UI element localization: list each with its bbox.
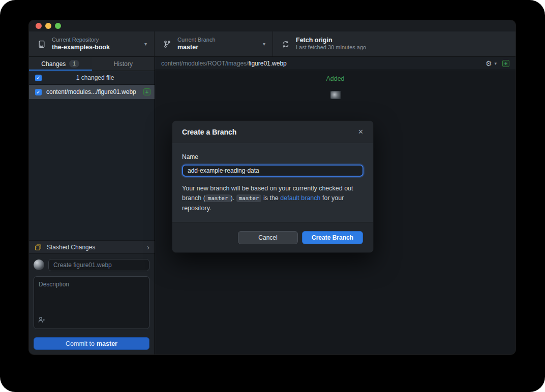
branch-code-pill: master [205,194,231,202]
chevron-down-icon: ▾ [140,41,147,47]
image-preview-thumbnail [330,91,340,99]
create-branch-button[interactable]: Create Branch [302,231,363,244]
minimize-window-button[interactable] [45,23,51,29]
file-checkbox[interactable]: ✓ [35,89,42,95]
dialog-body: Name Your new branch will be based on yo… [172,143,373,223]
sync-icon [282,40,290,48]
sidebar: Changes 1 History ✓ 1 changed file ✓ con… [29,57,155,354]
git-branch-icon [163,40,171,48]
fetch-origin-button[interactable]: Fetch origin Last fetched 30 minutes ago [273,31,516,56]
commit-description-input[interactable] [34,276,149,329]
changes-history-tabs: Changes 1 History [29,57,155,71]
fetch-origin-label: Fetch origin [296,37,366,45]
create-branch-dialog: Create a Branch ✕ Name Your new branch w… [172,120,374,253]
default-branch-link[interactable]: default branch [280,194,320,202]
file-path-dirs: content/modules/ROOT/images/ [161,60,248,67]
branch-code-pill: master [236,194,262,202]
gear-icon[interactable]: ⚙ [486,60,492,67]
current-repository-label: Current Repository [52,37,110,44]
chevron-down-icon: ▾ [259,41,265,47]
file-added-icon: + [143,88,150,95]
app-window: Current Repository the-examples-book ▾ C… [29,20,516,354]
branch-name-label: Name [182,153,364,160]
toolbar: Current Repository the-examples-book ▾ C… [29,31,516,57]
dialog-footer: Cancel Create Branch [172,222,373,252]
changes-count-badge: 1 [69,60,79,68]
commit-button[interactable]: Commit to master [34,337,149,350]
file-path-name: figure01.webp [248,60,286,67]
commit-button-branch: master [97,340,117,347]
tab-history-label: History [114,60,133,68]
tab-changes-label: Changes [41,60,66,68]
changed-files-summary: 1 changed file [42,74,148,81]
changed-file-row[interactable]: ✓ content/modules.../figure01.webp + [29,85,155,99]
commit-button-prefix: Commit to [66,340,95,347]
select-all-checkbox[interactable]: ✓ [35,75,42,81]
dialog-description: Your new branch will be based on your cu… [182,184,364,213]
current-branch-button[interactable]: Current Branch master ▾ [155,31,273,56]
tab-changes[interactable]: Changes 1 [29,57,92,71]
diff-status-label: Added [155,75,516,82]
dialog-header: Create a Branch ✕ [172,121,373,143]
branch-name-input[interactable] [182,165,364,177]
cancel-button[interactable]: Cancel [238,231,298,244]
tab-history[interactable]: History [92,57,155,71]
chevron-right-icon: › [147,243,149,251]
stashed-changes-label: Stashed Changes [47,244,142,251]
fetch-origin-status: Last fetched 30 minutes ago [296,44,366,51]
close-icon[interactable]: ✕ [358,128,364,136]
current-branch-label: Current Branch [177,37,216,44]
diff-header: content/modules/ROOT/images/figure01.web… [155,57,516,70]
screen-background: Current Repository the-examples-book ▾ C… [0,0,545,392]
dialog-text-3: is the [261,194,280,202]
changed-files-summary-row: ✓ 1 changed file [29,71,155,85]
dialog-title: Create a Branch [182,128,236,136]
current-branch-value: master [177,44,216,52]
current-repository-value: the-examples-book [52,44,110,52]
commit-form: Commit to master [29,254,155,354]
commit-summary-input[interactable] [48,259,149,271]
add-coauthor-icon[interactable] [38,316,46,324]
diff-added-icon: + [502,60,509,67]
close-window-button[interactable] [36,23,42,29]
stash-icon [34,243,42,251]
dialog-text-2: ). [231,194,236,202]
avatar [34,259,44,270]
changed-file-name: content/modules.../figure01.webp [46,88,139,95]
stashed-changes-row[interactable]: Stashed Changes › [29,240,155,254]
chevron-down-icon[interactable]: ▾ [494,61,497,66]
current-repository-button[interactable]: Current Repository the-examples-book ▾ [29,31,155,56]
zoom-window-button[interactable] [55,23,61,29]
window-titlebar [29,20,516,31]
repo-icon [38,40,46,48]
